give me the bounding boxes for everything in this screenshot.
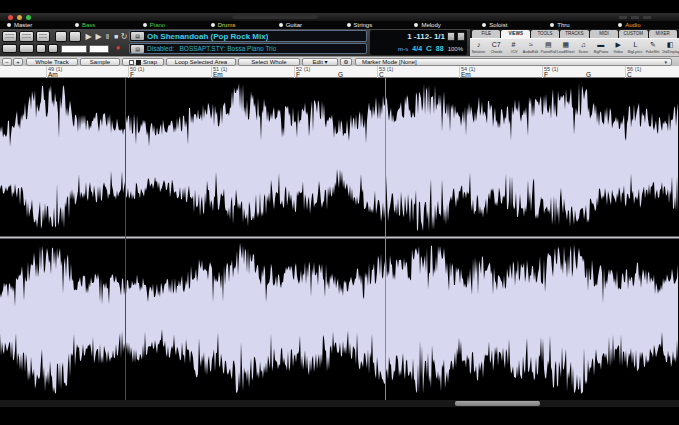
track-tab-drums[interactable]: Drums [204,21,272,29]
track-tab-label: Melody [421,21,440,29]
view-button-fakesht[interactable]: ✎FakeSht [644,39,661,56]
track-tab-label: Guitar [286,21,302,29]
whole-track-button[interactable]: Whole Track [26,58,78,66]
track-tab-label: Piano [150,21,165,29]
tempo-value[interactable]: 88 [436,45,444,52]
titlebar-widgets [619,16,663,19]
settings-gear-button[interactable]: ⚙ [340,58,352,66]
snap-checkbox[interactable]: Snap [122,58,164,66]
view-button-#cv[interactable]: ##CV [505,39,522,56]
view-button-leadsheet[interactable]: ▦LeadSheet [557,39,574,56]
pianoroll-icon: ▤ [545,41,552,49]
view-button-video[interactable]: ▶Video [609,39,626,56]
window-title [232,15,318,19]
chorus-count: 1/1 [434,32,445,41]
view-button-bigpiano[interactable]: ▬BigPiano [592,39,609,56]
lock-icon[interactable] [447,32,455,41]
view-button-audioedit[interactable]: ≈AudioEdit [522,39,539,56]
view-button-score[interactable]: ♫Score [575,39,592,56]
gear-icon[interactable] [457,32,465,41]
track-tab-piano[interactable]: Piano [136,21,204,29]
zoom-in-button[interactable]: + [13,58,23,66]
track-tab-label: Master [14,21,32,29]
track-tab-label: Audio [625,21,640,29]
song-key[interactable]: C [426,44,432,53]
ribbon-tab-tracks[interactable]: TRACKS [560,30,588,38]
track-tab-bass[interactable]: Bass [68,21,136,29]
view-button-label: FakeSht [646,49,659,54]
track-tab-master[interactable]: Master [0,21,68,29]
track-tab-thru[interactable]: Thru [543,21,611,29]
save-icon[interactable] [36,44,46,53]
play-button[interactable]: ▶ [84,31,93,42]
bar-tick-line [377,66,378,78]
waveform-canvas[interactable] [0,78,679,400]
edit-menu-button[interactable]: Edit ▾ [302,58,338,66]
view-button-chddisplay[interactable]: ◧ChdDisplay [662,39,679,56]
view-button-chords[interactable]: C7Chords [487,39,504,56]
window-titlebar[interactable] [0,13,679,21]
track-radio-icon [279,23,283,27]
bar-entry-field[interactable] [61,45,87,53]
chord-label: Am [48,72,58,78]
view-button-label: LeadSheet [557,49,574,54]
playhead-line [385,78,386,400]
tempo-marks: -112- [414,32,432,41]
scrollbar-thumb[interactable] [455,401,540,406]
waveform-area[interactable] [0,78,679,400]
#cv-icon: # [512,41,516,49]
channel-divider-line [0,237,679,239]
tools-small-button[interactable] [2,44,17,53]
fakesht-icon: ✎ [650,41,656,49]
chord-label: F [296,72,300,78]
playback-speed[interactable]: 100% [448,46,463,52]
bar-ruler[interactable]: 49 (1)Am50 (1)F51 (1)Em52 (1)F53 (1)C54 … [0,66,679,78]
track-tab-melody[interactable]: Melody [407,21,475,29]
ms-indicator: m-s [398,46,409,52]
track-tab-label: Strings [354,21,373,29]
view-button-label: Notation [472,49,485,54]
leadsheet-icon: ▦ [563,41,570,49]
zoom-out-button[interactable]: − [2,58,12,66]
open-song-icon[interactable] [69,31,81,42]
view-button-pianoroll[interactable]: ▤PianoRoll [540,39,557,56]
loop-selected-area-button[interactable]: Loop Selected Area [166,58,236,66]
marker-mode-dropdown[interactable]: Marker Mode [None] ▾ [355,58,672,66]
track-tab-strings[interactable]: Strings [340,21,408,29]
view-button-biglyrics[interactable]: LBigLyrics [627,39,644,56]
track-radio-icon [618,23,622,27]
bar-tick-line [625,66,626,78]
close-window-icon[interactable] [8,15,13,20]
ribbon-tab-custom[interactable]: CUSTOM [619,30,647,38]
track-tab-label: Drums [218,21,236,29]
save-as-icon[interactable] [48,44,58,53]
snap-label: Snap [143,59,157,66]
track-radio-icon [75,23,79,27]
horizontal-scrollbar[interactable] [0,400,679,407]
ribbon-tab-midi[interactable]: MIDI [590,30,618,38]
ribbon-tab-views[interactable]: VIEWS [501,30,529,38]
chordsheet-grid-button[interactable] [19,31,34,42]
chord-label: G [586,72,591,78]
ribbon-tab-mixer[interactable]: MIXER [649,30,677,38]
minimize-window-icon[interactable] [17,15,22,20]
track-tab-soloist[interactable]: Soloist [475,21,543,29]
status-display: 1 -112- 1/1 m-s 4/4 C 88 100% [370,30,467,55]
panel-grid-button[interactable] [36,31,50,42]
ribbon-tabs: FILEVIEWSTOOLSTRACKSMIDICUSTOMMIXER [470,29,679,38]
track-tab-label: Bass [82,21,95,29]
view-button-notation[interactable]: ♪Notation [470,39,487,56]
settings-small-button[interactable] [19,44,34,53]
view-button-label: Video [614,49,623,54]
select-whole-button[interactable]: Select Whole [238,58,300,66]
chddisplay-icon: ◧ [667,41,674,49]
time-signature[interactable]: 4/4 [412,45,422,52]
ribbon-tab-tools[interactable]: TOOLS [531,30,559,38]
track-tab-audio[interactable]: Audio [611,21,679,29]
zoom-window-icon[interactable] [26,15,31,20]
track-tab-guitar[interactable]: Guitar [272,21,340,29]
mixer-grid-button[interactable] [2,31,17,42]
ribbon-tab-file[interactable]: FILE [472,30,500,38]
new-song-icon[interactable] [55,31,67,42]
sample-button[interactable]: Sample [80,58,120,66]
